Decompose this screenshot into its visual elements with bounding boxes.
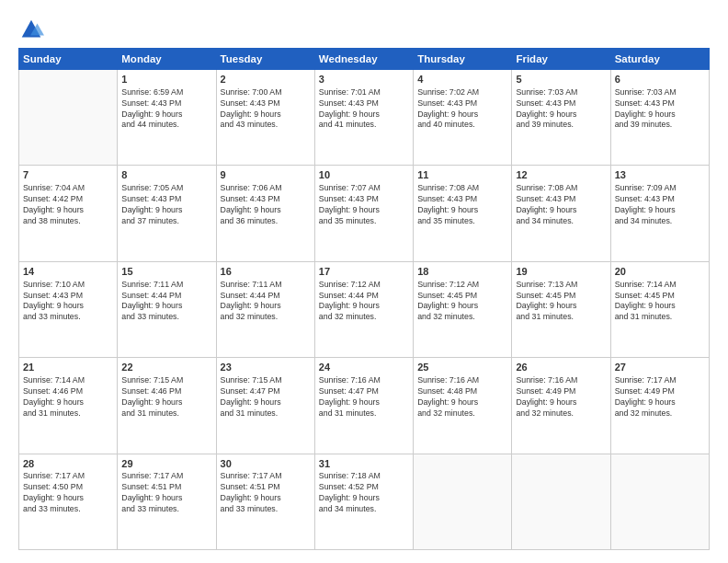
calendar-cell: 25Sunrise: 7:16 AM Sunset: 4:48 PM Dayli… [414,358,512,454]
day-number: 10 [319,168,409,182]
day-number: 12 [516,168,606,182]
weekday-header-thursday: Thursday [414,49,512,70]
calendar-cell: 28Sunrise: 7:17 AM Sunset: 4:50 PM Dayli… [19,454,118,549]
day-number: 7 [23,168,113,182]
calendar-body: 1Sunrise: 6:59 AM Sunset: 4:43 PM Daylig… [19,70,710,550]
day-number: 6 [615,73,705,86]
day-info: Sunrise: 7:16 AM Sunset: 4:48 PM Dayligh… [417,375,507,419]
calendar-cell: 6Sunrise: 7:03 AM Sunset: 4:43 PM Daylig… [610,70,709,166]
day-number: 21 [23,361,113,374]
calendar-cell: 29Sunrise: 7:17 AM Sunset: 4:51 PM Dayli… [118,454,216,549]
calendar-cell: 23Sunrise: 7:15 AM Sunset: 4:47 PM Dayli… [216,358,314,454]
calendar-cell: 30Sunrise: 7:17 AM Sunset: 4:51 PM Dayli… [216,454,314,549]
day-number: 13 [615,168,705,182]
day-info: Sunrise: 7:14 AM Sunset: 4:45 PM Dayligh… [615,280,705,324]
day-number: 3 [319,73,409,86]
day-info: Sunrise: 7:12 AM Sunset: 4:44 PM Dayligh… [319,280,409,324]
day-number: 31 [319,457,409,471]
day-info: Sunrise: 7:12 AM Sunset: 4:45 PM Dayligh… [417,280,507,324]
day-number: 18 [417,265,507,279]
day-number: 16 [221,265,311,279]
calendar-cell [414,454,512,549]
day-info: Sunrise: 6:59 AM Sunset: 4:43 PM Dayligh… [121,87,211,132]
calendar-cell: 15Sunrise: 7:11 AM Sunset: 4:44 PM Dayli… [118,261,216,357]
calendar-cell: 7Sunrise: 7:04 AM Sunset: 4:42 PM Daylig… [19,166,118,261]
day-info: Sunrise: 7:17 AM Sunset: 4:49 PM Dayligh… [615,375,705,419]
weekday-header-saturday: Saturday [610,49,709,70]
calendar-cell: 5Sunrise: 7:03 AM Sunset: 4:43 PM Daylig… [512,70,610,166]
day-info: Sunrise: 7:11 AM Sunset: 4:44 PM Dayligh… [121,280,211,324]
week-row-3: 14Sunrise: 7:10 AM Sunset: 4:43 PM Dayli… [19,261,710,357]
day-info: Sunrise: 7:17 AM Sunset: 4:51 PM Dayligh… [221,471,311,515]
day-number: 8 [121,168,211,182]
day-info: Sunrise: 7:06 AM Sunset: 4:43 PM Dayligh… [221,183,311,227]
header [18,17,710,42]
day-number: 9 [221,168,311,182]
logo-icon [18,17,44,42]
day-number: 17 [319,265,409,279]
week-row-5: 28Sunrise: 7:17 AM Sunset: 4:50 PM Dayli… [19,454,710,549]
calendar-cell: 9Sunrise: 7:06 AM Sunset: 4:43 PM Daylig… [216,166,314,261]
day-info: Sunrise: 7:00 AM Sunset: 4:43 PM Dayligh… [221,87,311,132]
calendar-cell [610,454,709,549]
logo [18,17,48,42]
day-info: Sunrise: 7:17 AM Sunset: 4:51 PM Dayligh… [121,471,211,515]
day-number: 22 [121,361,211,374]
day-number: 11 [417,168,507,182]
day-info: Sunrise: 7:17 AM Sunset: 4:50 PM Dayligh… [23,471,113,515]
day-info: Sunrise: 7:03 AM Sunset: 4:43 PM Dayligh… [516,87,606,132]
calendar-cell: 8Sunrise: 7:05 AM Sunset: 4:43 PM Daylig… [118,166,216,261]
day-number: 24 [319,361,409,374]
day-info: Sunrise: 7:15 AM Sunset: 4:46 PM Dayligh… [121,375,211,419]
calendar-cell: 24Sunrise: 7:16 AM Sunset: 4:47 PM Dayli… [314,358,413,454]
calendar-cell: 13Sunrise: 7:09 AM Sunset: 4:43 PM Dayli… [610,166,709,261]
day-number: 30 [221,457,311,471]
page: SundayMondayTuesdayWednesdayThursdayFrid… [0,0,728,563]
calendar-cell: 10Sunrise: 7:07 AM Sunset: 4:43 PM Dayli… [314,166,413,261]
calendar-cell: 2Sunrise: 7:00 AM Sunset: 4:43 PM Daylig… [216,70,314,166]
calendar-cell: 4Sunrise: 7:02 AM Sunset: 4:43 PM Daylig… [414,70,512,166]
weekday-header-row: SundayMondayTuesdayWednesdayThursdayFrid… [19,49,710,70]
calendar-cell: 3Sunrise: 7:01 AM Sunset: 4:43 PM Daylig… [314,70,413,166]
day-info: Sunrise: 7:18 AM Sunset: 4:52 PM Dayligh… [319,471,409,515]
day-number: 27 [615,361,705,374]
weekday-header-wednesday: Wednesday [314,49,413,70]
day-number: 23 [221,361,311,374]
calendar-cell: 1Sunrise: 6:59 AM Sunset: 4:43 PM Daylig… [118,70,216,166]
day-number: 28 [23,457,113,471]
day-number: 5 [516,73,606,86]
calendar-cell: 26Sunrise: 7:16 AM Sunset: 4:49 PM Dayli… [512,358,610,454]
calendar-cell: 17Sunrise: 7:12 AM Sunset: 4:44 PM Dayli… [314,261,413,357]
weekday-header-tuesday: Tuesday [216,49,314,70]
day-number: 29 [121,457,211,471]
week-row-4: 21Sunrise: 7:14 AM Sunset: 4:46 PM Dayli… [19,358,710,454]
calendar-cell: 11Sunrise: 7:08 AM Sunset: 4:43 PM Dayli… [414,166,512,261]
weekday-header-monday: Monday [118,49,216,70]
day-number: 4 [417,73,507,86]
week-row-2: 7Sunrise: 7:04 AM Sunset: 4:42 PM Daylig… [19,166,710,261]
day-info: Sunrise: 7:01 AM Sunset: 4:43 PM Dayligh… [319,87,409,132]
calendar-header: SundayMondayTuesdayWednesdayThursdayFrid… [19,49,710,70]
weekday-header-friday: Friday [512,49,610,70]
week-row-1: 1Sunrise: 6:59 AM Sunset: 4:43 PM Daylig… [19,70,710,166]
calendar-cell: 12Sunrise: 7:08 AM Sunset: 4:43 PM Dayli… [512,166,610,261]
day-info: Sunrise: 7:08 AM Sunset: 4:43 PM Dayligh… [417,183,507,227]
calendar-cell: 20Sunrise: 7:14 AM Sunset: 4:45 PM Dayli… [610,261,709,357]
day-info: Sunrise: 7:11 AM Sunset: 4:44 PM Dayligh… [221,280,311,324]
day-number: 2 [221,73,311,86]
day-number: 15 [121,265,211,279]
calendar-cell [512,454,610,549]
day-info: Sunrise: 7:04 AM Sunset: 4:42 PM Dayligh… [23,183,113,227]
day-info: Sunrise: 7:16 AM Sunset: 4:49 PM Dayligh… [516,375,606,419]
day-info: Sunrise: 7:08 AM Sunset: 4:43 PM Dayligh… [516,183,606,227]
calendar-cell: 18Sunrise: 7:12 AM Sunset: 4:45 PM Dayli… [414,261,512,357]
day-number: 19 [516,265,606,279]
day-number: 26 [516,361,606,374]
calendar-cell: 22Sunrise: 7:15 AM Sunset: 4:46 PM Dayli… [118,358,216,454]
day-info: Sunrise: 7:09 AM Sunset: 4:43 PM Dayligh… [615,183,705,227]
day-info: Sunrise: 7:03 AM Sunset: 4:43 PM Dayligh… [615,87,705,132]
day-info: Sunrise: 7:15 AM Sunset: 4:47 PM Dayligh… [221,375,311,419]
calendar-cell: 31Sunrise: 7:18 AM Sunset: 4:52 PM Dayli… [314,454,413,549]
calendar-cell [19,70,118,166]
calendar-cell: 21Sunrise: 7:14 AM Sunset: 4:46 PM Dayli… [19,358,118,454]
